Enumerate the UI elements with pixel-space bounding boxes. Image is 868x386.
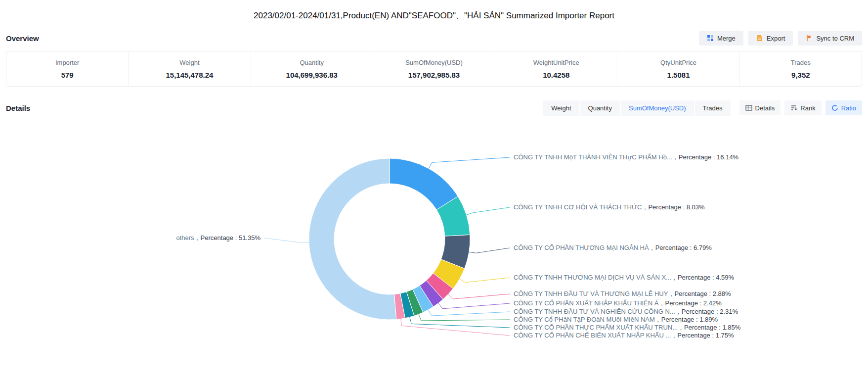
- ratio-donut-chart-area: CÔNG TY TNHH MộT THÀNH VIÊN THựC PHẨM Hồ…: [0, 120, 868, 382]
- pie-label: CÔNG TY CỔ PHẦN THƯƠNG MẠI NGÂN HÀ，Perce…: [514, 244, 712, 252]
- pie-label: CÔNG TY TNHH ĐẦU TƯ VÀ THƯƠNG MẠI LÊ HUY…: [514, 290, 731, 298]
- stat-value: 10.4258: [543, 71, 569, 79]
- stat-quantity: Quantity 104,699,936.83: [251, 51, 373, 86]
- stat-value: 104,699,936.83: [286, 71, 338, 79]
- stat-label: Quantity: [300, 59, 323, 66]
- stat-sumofmoney: SumOfMoney(USD) 157,902,985.83: [373, 51, 495, 86]
- merge-button[interactable]: Merge: [699, 31, 743, 46]
- pie-label-line: [264, 238, 309, 243]
- view-rank-label: Rank: [800, 105, 815, 111]
- ratio-icon: [831, 104, 838, 111]
- view-tab-group: Details Rank Ratio: [739, 100, 862, 115]
- pie-label-name: others，: [176, 234, 200, 241]
- pie-label-line: [460, 278, 510, 283]
- stat-weightunitprice: WeightUnitPrice 10.4258: [495, 51, 617, 86]
- tab-sumofmoney[interactable]: SumOfMoney(USD): [621, 100, 694, 116]
- merge-icon: [707, 35, 714, 42]
- pie-label-percentage: Percentage : 1.89%: [661, 316, 718, 323]
- pie-label: CÔNG TY TNHH MộT THÀNH VIÊN THựC PHẨM Hồ…: [514, 153, 738, 161]
- pie-label-name: CÔNG TY CỔ PHẦN XUẤT NHẬP KHẨU THIÊN Á，: [514, 299, 665, 307]
- pie-label-line: [410, 317, 510, 328]
- stat-weight: Weight 15,145,478.24: [129, 51, 251, 86]
- pie-label-name: CÔNG TY CỔ PHẦN CHẾ BIẾN XUẤT NHẬP KHẨU …: [514, 332, 677, 339]
- metric-tab-group: Weight Quantity SumOfMoney(USD) Trades: [543, 100, 730, 116]
- pie-label-percentage: Percentage : 2.42%: [665, 299, 722, 307]
- view-ratio-button[interactable]: Ratio: [825, 100, 862, 115]
- view-rank-button[interactable]: Rank: [784, 100, 821, 115]
- pie-label: CÔNG TY CỔ PHẦN XUẤT NHẬP KHẨU THIÊN Á，P…: [514, 299, 722, 307]
- stat-value: 157,902,985.83: [408, 71, 460, 79]
- overview-heading: Overview: [6, 34, 39, 43]
- view-ratio-label: Ratio: [841, 105, 856, 111]
- view-details-label: Details: [755, 105, 775, 111]
- pie-label-line: [438, 303, 510, 309]
- pie-label-line: [448, 294, 510, 299]
- stat-trades: Trades 9,352: [740, 51, 862, 86]
- pie-label-percentage: Percentage : 4.59%: [678, 274, 734, 281]
- pie-label-line: [429, 157, 510, 169]
- pie-label-name: CÔNG TY CỔ PHẦN THỰC PHẨM XUẤT KHẨU TRUN…: [514, 324, 684, 331]
- stat-value: 579: [61, 71, 74, 79]
- stat-value: 9,352: [791, 71, 810, 79]
- overview-stats-panel: Importer 579 Weight 15,145,478.24 Quanti…: [6, 51, 862, 87]
- details-controls: Weight Quantity SumOfMoney(USD) Trades D…: [543, 100, 862, 116]
- pie-label-percentage: Percentage : 8.03%: [648, 203, 704, 211]
- pie-label-percentage: Percentage : 6.79%: [655, 244, 712, 251]
- pie-slice[interactable]: [309, 158, 396, 320]
- pie-label-percentage: Percentage : 1.75%: [677, 332, 734, 339]
- pie-label: CÔNG TY TNHH CƠ HỘI VÀ THÁCH THỨC，Percen…: [514, 203, 705, 211]
- details-heading: Details: [6, 104, 30, 112]
- pie-label-name: CÔNG TY TNHH MộT THÀNH VIÊN THựC PHẨM Hồ…: [514, 153, 679, 161]
- pie-label-name: CÔNG TY TNHH CƠ HỘI VÀ THÁCH THỨC，: [514, 203, 648, 211]
- stat-label: Trades: [791, 59, 811, 66]
- table-icon: [745, 104, 752, 111]
- pie-label-percentage: Percentage : 1.85%: [684, 324, 740, 331]
- pie-slice[interactable]: [390, 158, 458, 210]
- pie-label-percentage: Percentage : 51.35%: [201, 234, 260, 241]
- pie-label-name: CÔNG TY TNHH ĐẦU TƯ VÀ THƯƠNG MẠI LÊ HUY…: [514, 290, 674, 297]
- pie-label-name: CÔNG TY CỔ PHẦN THƯƠNG MẠI NGÂN HÀ，: [514, 244, 655, 251]
- pie-label-percentage: Percentage : 2.88%: [674, 290, 731, 297]
- export-button-label: Export: [767, 35, 785, 42]
- page-title: 2023/02/01-2024/01/31,Product(EN) AND"SE…: [0, 0, 868, 23]
- export-button[interactable]: Export: [748, 31, 793, 46]
- pie-label: CÔNG TY CỔ PHẦN CHẾ BIẾN XUẤT NHẬP KHẨU …: [514, 332, 734, 339]
- view-details-button[interactable]: Details: [739, 100, 781, 115]
- stat-label: SumOfMoney(USD): [405, 59, 463, 66]
- pie-label-line: [469, 248, 510, 253]
- overview-toolbar: Merge Export Sync to CRM: [699, 31, 862, 46]
- pie-label: CÔNG TY CỔ PHẦN THỰC PHẨM XUẤT KHẨU TRUN…: [514, 324, 740, 332]
- pie-label-line: [419, 314, 510, 321]
- pie-label: CÔNG TY TNHH ĐẦU TƯ VÀ NGHIÊN CỨU CÔNG N…: [514, 308, 738, 316]
- stat-label: Weight: [179, 59, 199, 66]
- sync-to-crm-button[interactable]: Sync to CRM: [798, 31, 862, 46]
- stat-qtyunitprice: QtyUnitPrice 1.5081: [617, 51, 739, 86]
- stat-label: WeightUnitPrice: [533, 59, 579, 66]
- pie-label: CÔNG TY TNHH THƯƠNG MẠI DỊCH VỤ VÀ SẢN X…: [514, 274, 734, 282]
- pie-label-name: CÔNG TY TNHH ĐẦU TƯ VÀ NGHIÊN CỨU CÔNG N…: [514, 308, 682, 315]
- tab-weight[interactable]: Weight: [543, 100, 579, 116]
- overview-header-row: Overview Merge Export Sync to CRM: [0, 30, 868, 46]
- stat-importer: Importer 579: [6, 51, 129, 86]
- pie-label-line: [467, 207, 510, 215]
- rank-icon: [790, 104, 797, 111]
- pie-label-line: [429, 310, 510, 316]
- pie-label: CÔNG TY Cổ PHầN TậP ĐOàN MUốI MIềN NAM，P…: [514, 316, 718, 324]
- pie-label-name: CÔNG TY Cổ PHầN TậP ĐOàN MUốI MIềN NAM，: [514, 316, 661, 323]
- sync-to-crm-button-label: Sync to CRM: [816, 35, 854, 42]
- pie-label-others: others，Percentage : 51.35%: [176, 234, 260, 242]
- pie-label-name: CÔNG TY TNHH THƯƠNG MẠI DỊCH VỤ VÀ SẢN X…: [514, 274, 678, 281]
- stat-value: 15,145,478.24: [166, 71, 213, 79]
- pie-label-percentage: Percentage : 2.31%: [682, 308, 738, 315]
- details-header-row: Details Weight Quantity SumOfMoney(USD) …: [0, 99, 868, 116]
- pie-label-percentage: Percentage : 16.14%: [679, 153, 738, 161]
- tab-quantity[interactable]: Quantity: [580, 100, 620, 116]
- export-icon: [756, 35, 763, 42]
- tab-trades[interactable]: Trades: [695, 100, 731, 116]
- stat-label: Importer: [55, 59, 79, 66]
- flag-icon: [806, 35, 813, 42]
- merge-button-label: Merge: [717, 35, 736, 42]
- stat-label: QtyUnitPrice: [660, 59, 696, 66]
- stat-value: 1.5081: [667, 71, 690, 79]
